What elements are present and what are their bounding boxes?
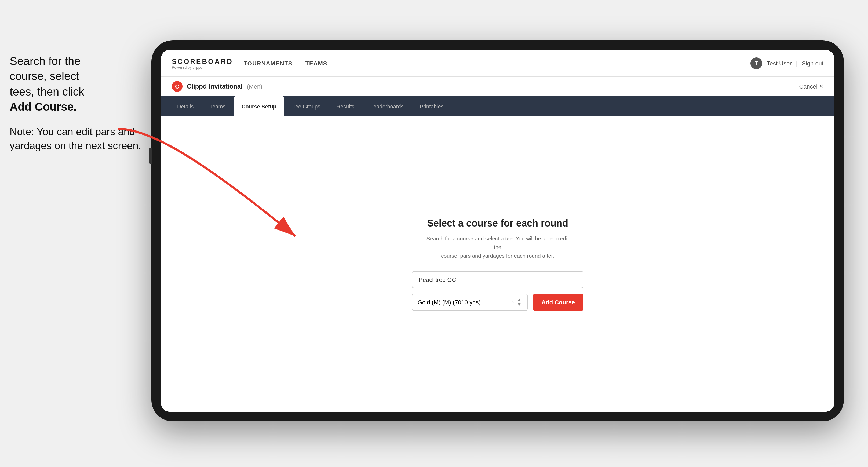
tab-leaderboards[interactable]: Leaderboards xyxy=(363,98,411,114)
cancel-icon: ✕ xyxy=(819,83,824,89)
course-select-title: Select a course for each round xyxy=(427,218,568,229)
course-search-input[interactable] xyxy=(412,271,584,288)
tournament-icon: C xyxy=(172,81,183,92)
annotation-line2: course, select xyxy=(10,70,79,83)
add-course-button[interactable]: Add Course xyxy=(533,293,584,311)
tab-bar: Details Teams Course Setup Tee Groups Re… xyxy=(161,96,834,117)
note-label: Note: xyxy=(10,126,34,138)
power-button xyxy=(149,148,152,164)
annotation-note: Note: You can edit pars and yardages on … xyxy=(10,125,149,153)
user-name: Test User xyxy=(767,60,792,66)
annotation-line3: tees, then click xyxy=(10,85,84,97)
tab-course-setup[interactable]: Course Setup xyxy=(234,96,284,117)
cancel-label: Cancel xyxy=(799,83,818,89)
tablet-frame: SCOREBOARD Powered by clippd TOURNAMENTS… xyxy=(151,40,844,422)
tee-select-dropdown[interactable]: Gold (M) (M) (7010 yds) × ▲▼ xyxy=(412,293,527,311)
top-navbar: SCOREBOARD Powered by clippd TOURNAMENTS… xyxy=(161,50,834,77)
tournament-name: Clippd Invitational xyxy=(187,83,243,90)
user-avatar: T xyxy=(751,57,763,69)
tee-clear-icon[interactable]: × xyxy=(511,299,514,305)
nav-separator: | xyxy=(796,60,798,66)
annotation-line1: Search for the xyxy=(10,55,81,67)
tournament-title-row: C Clippd Invitational (Men) xyxy=(172,81,262,92)
tee-select-row: Gold (M) (M) (7010 yds) × ▲▼ Add Course xyxy=(412,293,584,311)
logo-sub: Powered by clippd xyxy=(172,65,233,69)
tablet-screen: SCOREBOARD Powered by clippd TOURNAMENTS… xyxy=(161,50,834,412)
tab-printables[interactable]: Printables xyxy=(412,98,451,114)
tee-arrows-icon: ▲▼ xyxy=(517,298,522,306)
tab-details[interactable]: Details xyxy=(169,98,201,114)
desc-line2: course, pars and yardages for each round… xyxy=(441,253,554,258)
logo-area: SCOREBOARD Powered by clippd xyxy=(172,57,233,69)
nav-links: TOURNAMENTS TEAMS xyxy=(244,60,751,66)
tee-select-controls: × ▲▼ xyxy=(511,298,522,306)
tournament-badge: (Men) xyxy=(247,83,262,89)
tournament-header: C Clippd Invitational (Men) Cancel ✕ xyxy=(161,77,834,96)
tab-teams[interactable]: Teams xyxy=(202,98,233,114)
tournament-icon-letter: C xyxy=(175,83,179,89)
course-setup-content: Select a course for each round Search fo… xyxy=(161,117,834,412)
tab-tee-groups[interactable]: Tee Groups xyxy=(285,98,328,114)
nav-tournaments[interactable]: TOURNAMENTS xyxy=(244,60,292,66)
course-select-desc: Search for a course and select a tee. Yo… xyxy=(423,234,573,260)
tee-select-value: Gold (M) (M) (7010 yds) xyxy=(417,299,481,305)
cancel-button[interactable]: Cancel ✕ xyxy=(799,83,824,89)
nav-right: T Test User | Sign out xyxy=(751,57,824,69)
annotation-main: Search for the course, select tees, then… xyxy=(10,54,149,115)
annotation-bold: Add Course. xyxy=(10,100,77,113)
logo-title: SCOREBOARD xyxy=(172,57,233,65)
nav-teams[interactable]: TEAMS xyxy=(305,60,328,66)
tab-results[interactable]: Results xyxy=(329,98,362,114)
desc-line1: Search for a course and select a tee. Yo… xyxy=(427,236,569,250)
sign-out-link[interactable]: Sign out xyxy=(802,60,824,66)
